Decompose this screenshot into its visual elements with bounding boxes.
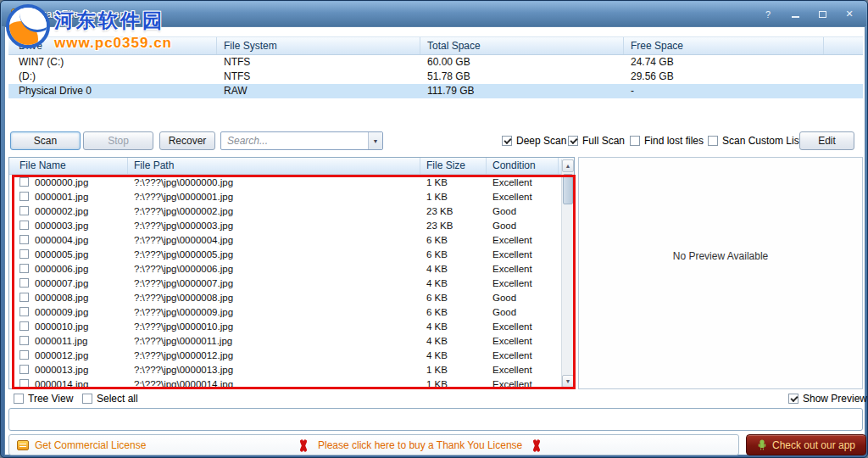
file-row[interactable]: 0000003.jpg?:\???\jpg\0000003.jpg23 KBGo… <box>9 218 561 232</box>
tree-view-checkbox[interactable]: Tree View <box>14 393 73 405</box>
file-row[interactable]: 0000011.jpg?:\???\jpg\0000011.jpg4 KBExc… <box>9 333 561 348</box>
scan-button[interactable]: Scan <box>10 131 81 150</box>
column-header-file-name[interactable]: File Name <box>9 158 128 174</box>
select-all-checkbox[interactable]: Select all <box>82 393 138 405</box>
app-window: Puran File Recovery ? ✕ 河东软件园 www.pc0359… <box>0 0 868 458</box>
file-table-header: File Name File Path File Size Condition <box>9 158 574 175</box>
scroll-down-button[interactable]: ▼ <box>562 375 574 388</box>
drive-row[interactable]: Physical Drive 0RAW111.79 GB- <box>8 84 863 98</box>
checkbox-box <box>502 136 512 146</box>
help-button[interactable]: ? <box>758 7 778 21</box>
drive-row[interactable]: WIN7 (C:)NTFS60.00 GB24.74 GB <box>8 55 863 70</box>
file-size: 4 KB <box>420 336 487 346</box>
file-checkbox[interactable] <box>19 307 29 316</box>
get-commercial-license-link[interactable]: Get Commercial License <box>35 439 146 451</box>
file-name-cell: 0000001.jpg <box>9 192 128 202</box>
file-row[interactable]: 0000002.jpg?:\???\jpg\0000002.jpg23 KBGo… <box>9 204 561 218</box>
file-row[interactable]: 0000006.jpg?:\???\jpg\0000006.jpg4 KBExc… <box>9 261 561 276</box>
file-checkbox[interactable] <box>19 235 29 244</box>
file-size: 1 KB <box>420 177 487 187</box>
file-name: 0000007.jpg <box>35 278 88 288</box>
maximize-button[interactable] <box>812 7 832 21</box>
file-row[interactable]: 0000001.jpg?:\???\jpg\0000001.jpg1 KBExc… <box>9 189 561 204</box>
edit-button[interactable]: Edit <box>799 131 854 150</box>
show-preview-checkbox[interactable]: Show Preview <box>788 393 867 405</box>
drive-cell: 29.56 GB <box>624 70 824 84</box>
column-header-filler <box>824 37 863 54</box>
stop-button[interactable]: Stop <box>83 131 153 150</box>
file-row[interactable]: 0000000.jpg?:\???\jpg\0000000.jpg1 KBExc… <box>9 175 561 189</box>
file-path: ?:\???\jpg\0000013.jpg <box>128 365 420 375</box>
file-checkbox[interactable] <box>19 293 29 302</box>
file-row[interactable]: 0000004.jpg?:\???\jpg\0000004.jpg6 KBExc… <box>9 232 561 247</box>
file-checkbox[interactable] <box>19 365 29 374</box>
file-checkbox[interactable] <box>19 321 29 331</box>
column-header-file-path[interactable]: File Path <box>128 158 420 174</box>
triangle-up-icon: ▲ <box>565 163 571 169</box>
file-row[interactable]: 0000014.jpg?:\???\jpg\0000014.jpg1 KBExc… <box>9 377 561 388</box>
file-name-cell: 0000000.jpg <box>9 177 128 187</box>
file-size: 6 KB <box>420 235 487 245</box>
file-checkbox[interactable] <box>19 206 29 215</box>
column-header-condition[interactable]: Condition <box>487 158 559 174</box>
search-input[interactable]: Search... ▼ <box>220 131 383 150</box>
close-button[interactable]: ✕ <box>839 7 860 21</box>
file-checkbox[interactable] <box>19 192 29 201</box>
search-dropdown-button[interactable]: ▼ <box>368 132 382 149</box>
file-condition: Excellent <box>487 177 561 187</box>
chevron-down-icon: ▼ <box>373 138 379 144</box>
drive-cell: WIN7 (C:) <box>8 55 217 70</box>
file-size: 23 KB <box>420 221 487 231</box>
file-row[interactable]: 0000013.jpg?:\???\jpg\0000013.jpg1 KBExc… <box>9 362 561 377</box>
file-size: 23 KB <box>420 206 487 216</box>
deep-scan-checkbox[interactable]: Deep Scan <box>502 135 566 147</box>
file-checkbox[interactable] <box>19 278 29 288</box>
file-name: 0000001.jpg <box>35 192 88 202</box>
column-header-file-size[interactable]: File Size <box>420 158 487 174</box>
full-scan-checkbox[interactable]: Full Scan <box>568 135 625 147</box>
file-checkbox[interactable] <box>19 336 29 345</box>
site-watermark: 河东软件园 www.pc0359.cn <box>6 4 172 52</box>
file-row[interactable]: 0000010.jpg?:\???\jpg\0000010.jpg4 KBExc… <box>9 319 561 333</box>
file-row[interactable]: 0000008.jpg?:\???\jpg\0000008.jpg6 KBGoo… <box>9 290 561 304</box>
checkbox-box <box>14 394 24 404</box>
find-lost-files-checkbox[interactable]: Find lost files <box>630 135 704 147</box>
file-path: ?:\???\jpg\0000012.jpg <box>128 350 420 360</box>
file-checkbox[interactable] <box>19 221 29 230</box>
file-checkbox[interactable] <box>19 177 29 187</box>
recover-button[interactable]: Recover <box>159 131 215 150</box>
file-checkbox[interactable] <box>19 350 29 360</box>
file-size: 6 KB <box>420 307 487 317</box>
scrollbar-thumb[interactable] <box>563 174 573 204</box>
column-header-file-system[interactable]: File System <box>217 37 420 54</box>
thank-you-license-link[interactable]: Please click here to buy a Thank You Lic… <box>318 439 522 451</box>
file-row[interactable]: 0000009.jpg?:\???\jpg\0000009.jpg6 KBGoo… <box>9 304 561 319</box>
check-out-app-button[interactable]: Check out our app <box>746 434 866 455</box>
scroll-up-button[interactable]: ▲ <box>562 159 574 172</box>
file-row[interactable]: 0000012.jpg?:\???\jpg\0000012.jpg4 KBExc… <box>9 348 561 362</box>
file-checkbox[interactable] <box>19 249 29 259</box>
file-size: 4 KB <box>420 350 487 360</box>
file-checkbox[interactable] <box>19 264 29 273</box>
drive-row[interactable]: (D:)NTFS51.78 GB29.56 GB <box>8 70 863 84</box>
file-row[interactable]: 0000007.jpg?:\???\jpg\0000007.jpg4 KBExc… <box>9 276 561 290</box>
checkbox-box <box>568 136 578 146</box>
vertical-scrollbar[interactable]: ▲ ▼ <box>561 159 574 388</box>
file-condition: Excellent <box>487 365 561 375</box>
triangle-down-icon: ▼ <box>565 378 571 384</box>
scan-custom-list-checkbox[interactable]: Scan Custom List <box>708 135 802 147</box>
search-placeholder: Search... <box>221 132 368 149</box>
preview-panel: No Preview Available <box>578 157 863 389</box>
no-preview-message: No Preview Available <box>579 250 862 262</box>
file-row[interactable]: 0000005.jpg?:\???\jpg\0000005.jpg6 KBExc… <box>9 247 561 261</box>
red-ribbon-icon <box>531 438 542 453</box>
file-condition: Good <box>487 307 561 317</box>
file-name-cell: 0000004.jpg <box>9 235 128 245</box>
column-header-free-space[interactable]: Free Space <box>624 37 824 54</box>
close-icon: ✕ <box>845 8 853 20</box>
file-name: 0000014.jpg <box>35 379 88 389</box>
column-header-total-space[interactable]: Total Space <box>420 37 624 54</box>
minimize-button[interactable] <box>785 7 805 21</box>
file-checkbox[interactable] <box>19 379 29 388</box>
file-path: ?:\???\jpg\0000006.jpg <box>128 264 420 274</box>
